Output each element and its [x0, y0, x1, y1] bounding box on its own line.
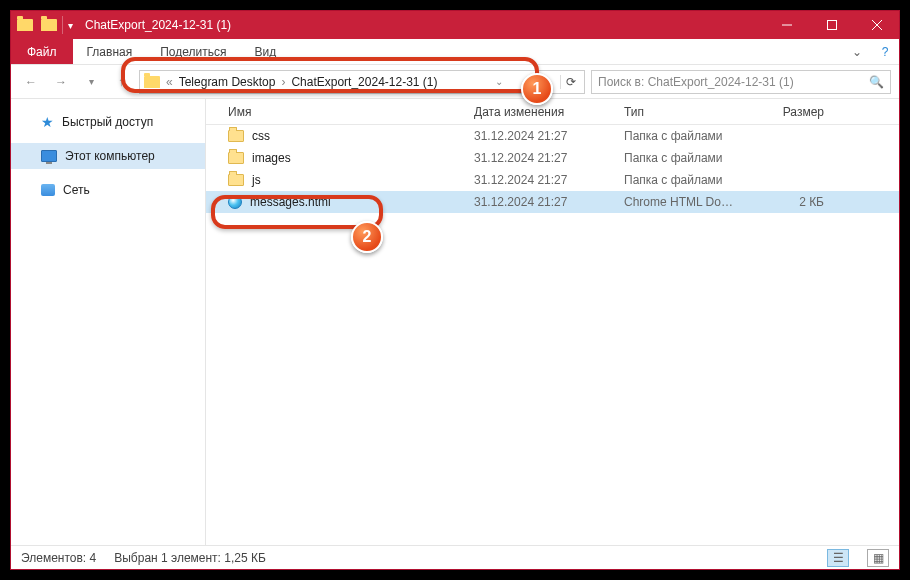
search-icon[interactable]: 🔍 [869, 75, 884, 89]
file-list-pane: Имя Дата изменения Тип Размер css31.12.2… [206, 99, 899, 545]
column-size[interactable]: Размер [742, 105, 842, 119]
file-row-name-cell: js [206, 173, 474, 187]
file-row-name-cell: messages.html [206, 195, 474, 209]
address-box[interactable]: « Telegram Desktop › ChatExport_2024-12-… [139, 70, 585, 94]
titlebar: ▾ ChatExport_2024-12-31 (1) [11, 11, 899, 39]
app-icon [17, 19, 33, 31]
file-rows: css31.12.2024 21:27Папка с файламиimages… [206, 125, 899, 213]
minimize-button[interactable] [764, 11, 809, 39]
status-selected: Выбран 1 элемент: 1,25 КБ [114, 551, 266, 565]
callout-badge-2: 2 [351, 221, 383, 253]
file-name: images [252, 151, 291, 165]
close-button[interactable] [854, 11, 899, 39]
address-bar-row: ← → ▾ ↑ « Telegram Desktop › ChatExport_… [11, 65, 899, 99]
folder-icon [228, 130, 244, 142]
monitor-icon [41, 150, 57, 162]
file-row-name-cell: images [206, 151, 474, 165]
tab-view[interactable]: Вид [240, 39, 290, 64]
address-folder-icon [144, 76, 160, 88]
sidebar-network[interactable]: Сеть [11, 177, 205, 203]
column-name[interactable]: Имя [206, 105, 474, 119]
window-title: ChatExport_2024-12-31 (1) [79, 18, 231, 32]
file-name: messages.html [250, 195, 331, 209]
qat-folder-icon[interactable] [41, 19, 57, 31]
breadcrumb-separator-icon[interactable]: › [281, 75, 285, 89]
breadcrumb-telegram-desktop[interactable]: Telegram Desktop [179, 75, 276, 89]
file-explorer-window: ▾ ChatExport_2024-12-31 (1) Файл Главная… [10, 10, 900, 570]
column-date[interactable]: Дата изменения [474, 105, 624, 119]
file-size: 2 КБ [742, 195, 842, 209]
nav-up-button[interactable]: ↑ [109, 70, 133, 94]
file-row-name-cell: css [206, 129, 474, 143]
folder-icon [228, 174, 244, 186]
qat-separator [62, 16, 63, 34]
explorer-body: ★ Быстрый доступ Этот компьютер Сеть Имя… [11, 99, 899, 545]
sidebar-this-pc[interactable]: Этот компьютер [11, 143, 205, 169]
file-type: Chrome HTML Do… [624, 195, 742, 209]
file-date: 31.12.2024 21:27 [474, 151, 624, 165]
html-file-icon [228, 195, 242, 209]
column-headers: Имя Дата изменения Тип Размер [206, 99, 899, 125]
file-name: css [252, 129, 270, 143]
file-row[interactable]: js31.12.2024 21:27Папка с файлами [206, 169, 899, 191]
file-date: 31.12.2024 21:27 [474, 173, 624, 187]
address-dropdown-icon[interactable]: ⌄ [495, 76, 503, 87]
callout-badge-1: 1 [521, 73, 553, 105]
tab-share[interactable]: Поделиться [146, 39, 240, 64]
file-row[interactable]: messages.html31.12.2024 21:27Chrome HTML… [206, 191, 899, 213]
file-type: Папка с файлами [624, 151, 742, 165]
search-placeholder: Поиск в: ChatExport_2024-12-31 (1) [598, 75, 869, 89]
quick-access-toolbar: ▾ [11, 16, 79, 34]
refresh-button[interactable]: ⟳ [560, 75, 580, 89]
file-type: Папка с файлами [624, 173, 742, 187]
network-icon [41, 184, 55, 196]
file-row[interactable]: css31.12.2024 21:27Папка с файлами [206, 125, 899, 147]
qat-dropdown-icon[interactable]: ▾ [68, 20, 73, 31]
view-details-button[interactable]: ☰ [827, 549, 849, 567]
view-large-icons-button[interactable]: ▦ [867, 549, 889, 567]
file-menu-button[interactable]: Файл [11, 39, 73, 64]
file-name: js [252, 173, 261, 187]
navigation-pane: ★ Быстрый доступ Этот компьютер Сеть [11, 99, 206, 545]
ribbon-expand-icon[interactable]: ⌄ [843, 39, 871, 64]
star-icon: ★ [41, 114, 54, 130]
sidebar-quick-access[interactable]: ★ Быстрый доступ [11, 109, 205, 135]
sidebar-this-pc-label: Этот компьютер [65, 149, 155, 163]
nav-forward-button[interactable]: → [49, 70, 73, 94]
column-type[interactable]: Тип [624, 105, 742, 119]
file-date: 31.12.2024 21:27 [474, 195, 624, 209]
nav-back-button[interactable]: ← [19, 70, 43, 94]
folder-icon [228, 152, 244, 164]
help-icon[interactable]: ? [871, 39, 899, 64]
svg-rect-1 [827, 21, 836, 30]
file-date: 31.12.2024 21:27 [474, 129, 624, 143]
sidebar-quick-access-label: Быстрый доступ [62, 115, 153, 129]
breadcrumb-overflow[interactable]: « [166, 75, 173, 89]
tab-home[interactable]: Главная [73, 39, 147, 64]
breadcrumb-current[interactable]: ChatExport_2024-12-31 (1) [291, 75, 437, 89]
file-type: Папка с файлами [624, 129, 742, 143]
file-row[interactable]: images31.12.2024 21:27Папка с файлами [206, 147, 899, 169]
status-bar: Элементов: 4 Выбран 1 элемент: 1,25 КБ ☰… [11, 545, 899, 569]
status-elements: Элементов: 4 [21, 551, 96, 565]
ribbon-tabs: Файл Главная Поделиться Вид ⌄ ? [11, 39, 899, 65]
maximize-button[interactable] [809, 11, 854, 39]
nav-history-dropdown[interactable]: ▾ [79, 70, 103, 94]
search-input[interactable]: Поиск в: ChatExport_2024-12-31 (1) 🔍 [591, 70, 891, 94]
sidebar-network-label: Сеть [63, 183, 90, 197]
